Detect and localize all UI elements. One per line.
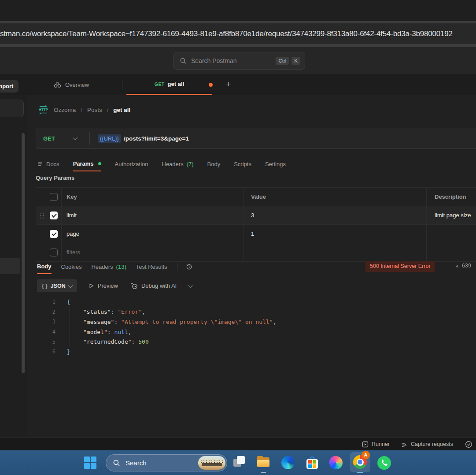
param-value-cell[interactable]: 1 bbox=[244, 225, 427, 243]
sidebar-scrollbar[interactable] bbox=[22, 133, 25, 373]
tab-params-label: Params bbox=[73, 160, 94, 167]
check-circle-icon bbox=[465, 441, 472, 448]
browser-tab-strip bbox=[0, 0, 476, 21]
tab-settings[interactable]: Settings bbox=[265, 156, 286, 171]
response-tab-test-results[interactable]: Test Results bbox=[136, 260, 167, 274]
start-button[interactable] bbox=[84, 456, 96, 469]
response-tab-headers[interactable]: Headers (13) bbox=[91, 260, 126, 274]
breadcrumb-collection[interactable]: Posts bbox=[87, 107, 102, 113]
param-description-cell[interactable] bbox=[427, 243, 476, 261]
breadcrumb-workspace[interactable]: Ozzoma bbox=[54, 107, 76, 113]
edge-browser-icon[interactable] bbox=[281, 456, 295, 469]
param-key-cell[interactable]: limit bbox=[62, 206, 244, 224]
browser-bookmarks-strip bbox=[0, 44, 476, 47]
tab-docs[interactable]: Docs bbox=[37, 156, 59, 171]
tab-overview[interactable]: Overview bbox=[54, 74, 89, 95]
code-line: 3"message": "Attempt to read property \"… bbox=[36, 317, 467, 327]
format-dropdown[interactable]: { } JSON bbox=[37, 279, 77, 292]
column-header-key: Key bbox=[62, 188, 244, 206]
url-variable-chip[interactable]: {{URL}} bbox=[98, 134, 121, 143]
response-time: 639 bbox=[462, 263, 471, 269]
microsoft-store-icon[interactable] bbox=[306, 456, 319, 469]
browser-address-bar[interactable]: stman.co/workspace/Team-Workspace~f17473… bbox=[0, 23, 476, 44]
table-row: limit 3 limit page size bbox=[36, 206, 476, 225]
preview-button[interactable]: Preview bbox=[89, 282, 118, 289]
response-tab-test-results-label: Test Results bbox=[136, 263, 167, 270]
taskbar-search-label: Search bbox=[125, 459, 198, 467]
tab-body[interactable]: Body bbox=[207, 156, 221, 171]
param-checkbox[interactable] bbox=[50, 249, 58, 256]
tab-get-all[interactable]: GET get all bbox=[126, 74, 212, 95]
file-explorer-icon[interactable] bbox=[257, 456, 270, 469]
tab-params[interactable]: Params bbox=[73, 156, 101, 171]
task-view-icon[interactable] bbox=[233, 456, 247, 469]
column-header-description: Description bbox=[427, 188, 476, 206]
page-url[interactable]: stman.co/workspace/Team-Workspace~f17473… bbox=[0, 23, 476, 44]
response-tab-body[interactable]: Body bbox=[37, 260, 52, 274]
capture-signal-icon bbox=[400, 440, 409, 449]
chrome-icon[interactable]: A bbox=[350, 452, 370, 472]
breadcrumb-separator: / bbox=[81, 107, 82, 113]
tab-scripts[interactable]: Scripts bbox=[234, 156, 251, 171]
response-tab-cookies[interactable]: Cookies bbox=[61, 260, 82, 274]
sidebar-search-box[interactable] bbox=[0, 100, 24, 117]
response-tab-headers-label: Headers bbox=[91, 263, 113, 270]
drag-handle-icon[interactable] bbox=[40, 212, 44, 219]
copilot-icon[interactable] bbox=[329, 456, 343, 469]
debug-with-ai-button[interactable]: Debug with AI bbox=[130, 282, 177, 289]
param-key-cell[interactable]: filters bbox=[62, 243, 244, 261]
runner-label: Runner bbox=[372, 441, 390, 447]
tab-authorization[interactable]: Authorization bbox=[115, 156, 148, 171]
play-outline-icon bbox=[89, 283, 94, 289]
docs-icon bbox=[37, 161, 43, 167]
chevron-down-icon[interactable] bbox=[73, 135, 77, 140]
cookies-status-button[interactable] bbox=[465, 438, 472, 450]
response-tabs-divider bbox=[177, 263, 177, 271]
capture-requests-button[interactable]: Capture requests bbox=[401, 438, 453, 450]
sidebar-selected-item[interactable] bbox=[0, 258, 20, 274]
request-url-builder: GET {{URL}} /posts?limit=3&page=1 bbox=[36, 128, 476, 149]
status-badge: 500 Internal Server Error bbox=[365, 261, 435, 272]
tab-headers[interactable]: Headers (7) bbox=[162, 156, 194, 171]
breadcrumb: HTTP Ozzoma / Posts / get all bbox=[38, 103, 130, 116]
headers-count: (7) bbox=[187, 161, 194, 167]
response-tab-body-label: Body bbox=[37, 263, 52, 270]
response-tab-cookies-label: Cookies bbox=[61, 263, 82, 270]
search-highlight-image[interactable] bbox=[198, 456, 225, 470]
param-checkbox[interactable] bbox=[50, 230, 58, 238]
import-button[interactable]: Import bbox=[0, 80, 18, 93]
param-description-cell[interactable] bbox=[427, 225, 476, 243]
tab-overview-label: Overview bbox=[65, 82, 89, 88]
param-value-cell[interactable] bbox=[244, 243, 427, 261]
chevron-down-icon[interactable] bbox=[188, 282, 193, 287]
query-params-title: Query Params bbox=[36, 174, 74, 181]
param-value-cell[interactable]: 3 bbox=[244, 206, 427, 224]
row-checkbox-cell[interactable] bbox=[36, 206, 62, 224]
url-input[interactable]: /posts?limit=3&page=1 bbox=[124, 135, 189, 142]
search-icon bbox=[113, 459, 120, 467]
response-headers-count: (13) bbox=[116, 263, 126, 270]
tab-body-label: Body bbox=[207, 161, 221, 167]
header-checkbox-cell[interactable] bbox=[36, 188, 62, 206]
breadcrumb-separator: / bbox=[107, 107, 109, 113]
response-body-editor[interactable]: 1{2"status": "Error",3"message": "Attemp… bbox=[36, 297, 467, 357]
binoculars-icon bbox=[54, 81, 61, 88]
new-tab-button[interactable]: + bbox=[223, 79, 234, 90]
select-all-checkbox[interactable] bbox=[50, 193, 58, 201]
param-description-cell[interactable]: limit page size bbox=[427, 206, 476, 224]
history-icon[interactable] bbox=[185, 263, 193, 271]
capture-requests-label: Capture requests bbox=[411, 441, 453, 447]
runner-button[interactable]: Runner bbox=[362, 438, 390, 450]
param-checkbox[interactable] bbox=[50, 212, 58, 219]
chrome-notification-badge: A bbox=[362, 451, 370, 459]
method-selector[interactable]: GET bbox=[43, 135, 55, 142]
response-tabs: Body Cookies Headers (13) Test Results bbox=[37, 260, 193, 274]
shortcut-ctrl-key: Ctrl bbox=[276, 57, 289, 65]
row-checkbox-cell[interactable] bbox=[36, 225, 62, 243]
whatsapp-icon[interactable] bbox=[377, 456, 391, 470]
taskbar-search[interactable]: Search bbox=[106, 454, 227, 471]
search-input[interactable]: Search Postman Ctrl K bbox=[173, 52, 305, 70]
unsaved-changes-dot bbox=[209, 83, 213, 87]
row-checkbox-cell[interactable] bbox=[36, 243, 62, 261]
param-key-cell[interactable]: page bbox=[62, 225, 244, 243]
